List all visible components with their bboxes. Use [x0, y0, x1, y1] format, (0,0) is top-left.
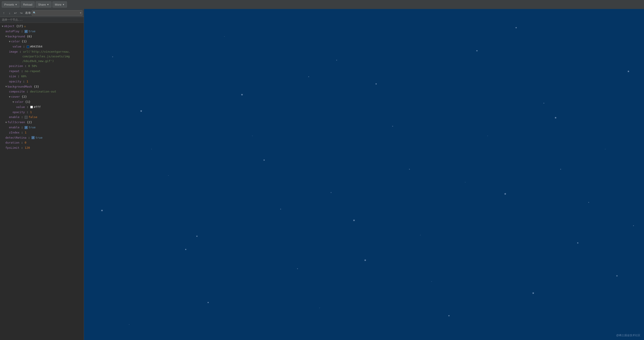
main-toolbar: Presets ▼ Reload Share ▼ More ▼ — [0, 0, 644, 9]
bg-color-key: color — [11, 39, 20, 44]
bg-color-value: #043564 — [30, 44, 42, 49]
cover-color-value-item: value : #fff — [0, 104, 84, 110]
bg-color-count: {1} — [20, 39, 27, 44]
detectretina-key: detectRetina — [5, 136, 26, 140]
bg-opacity-item: opacity : 1 — [0, 79, 84, 84]
cover-color-value-key: value — [16, 105, 25, 110]
star: ★ — [151, 148, 152, 150]
bg-image-item: image : url('http://vincentgarreau. com/… — [0, 49, 84, 64]
detectretina-item: detectRetina : ✓ true — [0, 135, 84, 140]
bg-color-value-item: value : #043564 — [0, 44, 84, 49]
cover-opacity-item: opacity : 1 — [0, 110, 84, 115]
star: ★ — [241, 92, 243, 96]
star: ★ — [504, 191, 506, 196]
star: ★ — [129, 324, 130, 325]
star: ★ — [616, 274, 618, 277]
star: ★ — [196, 234, 198, 238]
star: ★ — [588, 201, 589, 203]
bg-image-value-line1: url('http://vincentgarreau. — [23, 50, 70, 54]
cover-toggle[interactable]: ▼ — [9, 95, 10, 99]
star: ★ — [353, 218, 355, 222]
search-icon: 🔍 — [33, 12, 36, 14]
bg-image-value-line2: com/particles.js/assets/img — [22, 55, 70, 58]
fullscreen-enable-item: enable : ✓ true — [0, 125, 84, 130]
star: ★ — [280, 208, 281, 210]
form-label: 表单 — [25, 11, 31, 15]
star: ★ — [375, 82, 377, 85]
root-key: object — [4, 24, 14, 29]
bg-color-item: ▼ color {1} — [0, 39, 84, 44]
more-label: More — [55, 3, 62, 6]
star: ★ — [431, 280, 432, 282]
fpslimit-item: fpsLimit : 120 — [0, 145, 84, 150]
reload-button[interactable]: Reload — [20, 1, 35, 8]
bg-position-item: position : 0 50% — [0, 64, 84, 69]
canvas-panel: @稀土掘金技术社区 ★★★★★★★★★★★★★★★★★★★★★★★★★★★★★★… — [84, 9, 644, 340]
background-item: ▼ background {6} — [0, 34, 84, 39]
star: ★ — [297, 267, 298, 270]
fullscreen-count: {2} — [25, 120, 32, 125]
presets-button[interactable]: Presets ▼ — [2, 1, 20, 8]
composite-item: composite : destination-out — [0, 89, 84, 94]
star: ★ — [392, 125, 394, 127]
composite-key: composite — [9, 89, 25, 94]
star: ★ — [364, 257, 366, 262]
bgmask-enable-checkbox[interactable] — [25, 116, 28, 119]
bg-repeat-key: repeat — [9, 69, 20, 74]
presets-chevron-icon: ▼ — [15, 3, 17, 6]
bgmask-key: backgroundMask — [8, 84, 32, 89]
detectretina-checkbox[interactable]: ✓ — [32, 136, 34, 139]
main-content: ↑ ↓ ↩ ↪ 表单 🔍 ▼ 选择一个节点... ▼ object {17} ⚠ — [0, 9, 644, 340]
bg-size-value: 60% — [21, 74, 26, 79]
nav-down-button[interactable]: ↓ — [7, 10, 12, 16]
node-selector: 选择一个节点... — [0, 17, 84, 23]
presets-label: Presets — [4, 3, 14, 6]
background-toggle[interactable]: ▼ — [5, 34, 7, 38]
bgmask-enable-key: enable — [9, 115, 20, 120]
cover-color-swatch[interactable] — [30, 106, 33, 108]
star: ★ — [409, 168, 410, 170]
star: ★ — [465, 181, 466, 183]
bgmask-enable-value: false — [28, 115, 37, 120]
star: ★ — [627, 68, 630, 73]
fullscreen-enable-checkbox[interactable]: ✓ — [25, 126, 28, 129]
star: ★ — [487, 135, 488, 136]
redo-button[interactable]: ↪ — [19, 10, 24, 16]
detectretina-value: true — [36, 136, 42, 140]
tree-panel: ▼ object {17} ⚠ autoPlay : ✓ true ▼ back… — [0, 23, 84, 340]
share-chevron-icon: ▼ — [47, 3, 49, 6]
fpslimit-value: 120 — [25, 146, 30, 150]
bg-color-toggle[interactable]: ▼ — [9, 40, 10, 44]
zindex-item: zIndex : 1 — [0, 130, 84, 135]
duration-value: 0 — [25, 140, 26, 145]
star: ★ — [336, 59, 337, 61]
share-label: Share — [38, 3, 46, 6]
autoplay-value: true — [28, 29, 36, 34]
root-toggle[interactable]: ▼ — [2, 24, 3, 28]
fullscreen-toggle[interactable]: ▼ — [5, 120, 7, 124]
cover-color-toggle[interactable]: ▼ — [12, 100, 14, 104]
star: ★ — [308, 75, 309, 78]
secondary-toolbar: ↑ ↓ ↩ ↪ 表单 🔍 ▼ — [0, 9, 84, 17]
search-dropdown-icon[interactable]: ▼ — [80, 12, 81, 14]
duration-key: duration — [5, 140, 20, 145]
undo-button[interactable]: ↩ — [13, 10, 18, 16]
star: ★ — [330, 191, 332, 194]
node-selector-text: 选择一个节点... — [2, 18, 23, 21]
zindex-value: 1 — [25, 130, 26, 135]
bg-color-swatch[interactable] — [27, 46, 29, 48]
share-button[interactable]: Share ▼ — [36, 1, 52, 8]
search-input[interactable] — [37, 12, 80, 14]
more-button[interactable]: More ▼ — [52, 1, 67, 8]
star: ★ — [319, 307, 320, 308]
fullscreen-item: ▼ fullScreen {2} — [0, 120, 84, 125]
star: ★ — [101, 208, 103, 212]
nav-up-button[interactable]: ↑ — [1, 10, 6, 16]
star: ★ — [577, 241, 578, 244]
bgmask-toggle[interactable]: ▼ — [5, 85, 7, 89]
star: ★ — [140, 108, 142, 113]
autoplay-checkbox[interactable]: ✓ — [25, 30, 28, 33]
cover-count: {2} — [20, 94, 27, 99]
star: ★ — [185, 247, 186, 251]
star: ★ — [168, 174, 169, 176]
